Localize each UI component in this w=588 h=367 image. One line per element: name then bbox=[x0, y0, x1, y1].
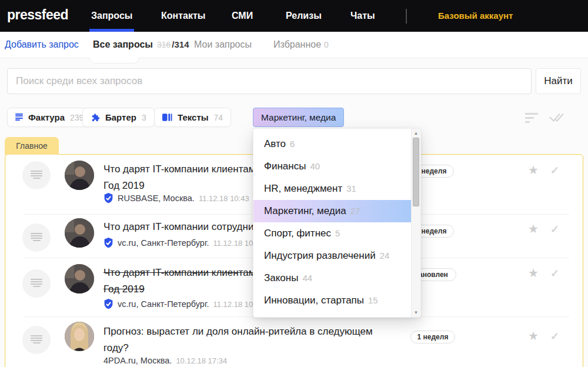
check-icon[interactable]: ✓ bbox=[550, 223, 559, 236]
source-name[interactable]: RUSBASE, Москва. bbox=[118, 193, 195, 203]
tab-my-requests[interactable]: Мои запросы bbox=[194, 39, 252, 50]
request-title[interactable]: году? bbox=[103, 340, 129, 356]
tab-label: Мои запросы bbox=[194, 39, 252, 49]
request-title[interactable]: Что дарят IT-компании сотрудникам bbox=[103, 219, 270, 235]
filter-count: 239 bbox=[70, 113, 83, 122]
nav-item-contacts[interactable]: Контакты bbox=[161, 0, 205, 32]
avatar bbox=[65, 322, 94, 351]
pressfeed-logo[interactable]: pressfeed bbox=[7, 7, 68, 23]
dropdown-item-marketing-selected[interactable]: Маркетинг, медиа27 bbox=[253, 200, 412, 222]
nav-item-label: СМИ bbox=[232, 11, 253, 21]
filter-label: Тексты bbox=[178, 112, 209, 122]
filter-texts-button[interactable]: Тексты 74 bbox=[154, 108, 231, 127]
account-plan-link[interactable]: Базовый аккаунт bbox=[438, 0, 513, 32]
nav-item-label: Контакты bbox=[161, 11, 205, 21]
top-navigation: pressfeed Запросы Контакты СМИ Релизы Ча… bbox=[0, 0, 588, 32]
nav-item-requests[interactable]: Запросы bbox=[91, 0, 132, 32]
check-icon[interactable]: ✓ bbox=[550, 164, 559, 177]
dropdown-item-auto[interactable]: Авто6 bbox=[253, 133, 412, 155]
board-tab-main[interactable]: Главное bbox=[5, 137, 59, 155]
avatar bbox=[65, 218, 94, 248]
nav-item-media[interactable]: СМИ bbox=[232, 0, 253, 32]
format-lines-icon bbox=[15, 114, 23, 122]
dropdown-item-label: Искусство, культура bbox=[264, 317, 357, 318]
dropdown-item-count: 6 bbox=[290, 139, 295, 149]
request-type-icon bbox=[22, 326, 51, 354]
dropdown-item-label: Маркетинг, медиа bbox=[264, 205, 346, 216]
check-icon[interactable]: ✓ bbox=[550, 267, 559, 280]
request-title[interactable]: Что дарят IT-компании клиентам bbox=[103, 161, 255, 178]
nav-divider bbox=[406, 9, 407, 24]
category-dropdown-button[interactable]: Маркетинг, медиа bbox=[253, 108, 344, 127]
search-button[interactable]: Найти bbox=[536, 68, 581, 94]
tab-all-requests[interactable]: Все запросы316/314 bbox=[93, 39, 189, 50]
dropdown-item-label: Индустрия развлечений bbox=[264, 250, 376, 261]
request-source: vc.ru, Санкт-Петербург. 11.12.18 10:26 bbox=[103, 299, 263, 309]
tab-favorites[interactable]: Избранное0 bbox=[273, 39, 329, 50]
request-title[interactable]: Прогноз: вырастет ли доля онлайн-ритейла… bbox=[103, 323, 373, 340]
request-source: 4PDA.ru, Москва. 10.12.18 17:34 bbox=[103, 356, 227, 365]
star-icon[interactable]: ★ bbox=[528, 266, 539, 280]
dropdown-item-hr[interactable]: HR, менеджмент31 bbox=[253, 178, 412, 200]
nav-item-label: Запросы bbox=[91, 11, 132, 21]
request-title[interactable]: Что дарят IT-компании клиентам bbox=[103, 265, 255, 281]
dropdown-item-entertainment[interactable]: Индустрия развлечений24 bbox=[253, 245, 412, 267]
filter-label: Фактура bbox=[28, 112, 65, 122]
filter-barter-button[interactable]: Бартер 3 bbox=[82, 108, 155, 127]
dropdown-item-label: Авто bbox=[264, 138, 286, 149]
dropdown-item-count: 31 bbox=[346, 184, 356, 193]
tab-label: Все запросы bbox=[93, 39, 153, 49]
source-name[interactable]: 4PDA.ru, Москва. bbox=[103, 356, 172, 365]
favorites-count: 0 bbox=[324, 40, 329, 49]
star-icon[interactable]: ★ bbox=[528, 329, 539, 343]
double-check-icon[interactable] bbox=[549, 111, 565, 125]
new-count: /314 bbox=[172, 39, 189, 49]
article-icon bbox=[162, 113, 172, 122]
dropdown-scrollbar[interactable]: ▲ ▼ bbox=[411, 129, 420, 318]
puzzle-icon bbox=[91, 113, 100, 122]
scroll-up-icon[interactable]: ▲ bbox=[412, 131, 420, 136]
verified-icon bbox=[103, 238, 113, 248]
sort-lines-icon[interactable] bbox=[525, 113, 538, 125]
scroll-down-icon[interactable]: ▼ bbox=[412, 310, 420, 315]
dropdown-item-innovations[interactable]: Инновации, стартапы15 bbox=[253, 289, 412, 312]
search-input[interactable] bbox=[7, 68, 532, 94]
sub-navigation: Добавить запрос Все запросы316/314 Мои з… bbox=[0, 32, 588, 58]
dropdown-item-label: Финансы bbox=[264, 161, 306, 172]
request-source: RUSBASE, Москва. 11.12.18 10:43 bbox=[103, 193, 249, 203]
dropdown-item-label: Законы bbox=[264, 272, 298, 283]
dropdown-item-count: 27 bbox=[350, 206, 360, 216]
nav-item-releases[interactable]: Релизы bbox=[286, 0, 322, 32]
request-type-icon bbox=[22, 161, 51, 189]
add-request-link[interactable]: Добавить запрос bbox=[5, 39, 79, 50]
dropdown-item-finance[interactable]: Финансы40 bbox=[253, 155, 412, 178]
dropdown-item-sport[interactable]: Спорт, фитнес5 bbox=[253, 222, 412, 245]
old-count: 316 bbox=[157, 40, 171, 49]
request-title[interactable]: Год 2019 bbox=[103, 281, 145, 298]
verified-icon bbox=[103, 193, 113, 203]
verified-icon bbox=[103, 299, 113, 309]
filter-count: 3 bbox=[142, 113, 146, 122]
status-badge: 1 неделя bbox=[410, 331, 455, 343]
check-icon[interactable]: ✓ bbox=[550, 330, 559, 343]
dropdown-item-count: 40 bbox=[310, 161, 320, 171]
avatar bbox=[65, 264, 94, 293]
dropdown-item-laws[interactable]: Законы44 bbox=[253, 267, 412, 289]
nav-item-chats[interactable]: Чаты bbox=[350, 0, 375, 32]
nav-item-label: Чаты bbox=[350, 11, 375, 21]
filter-factura-button[interactable]: Фактура 239 bbox=[7, 108, 92, 127]
star-icon[interactable]: ★ bbox=[528, 222, 539, 236]
star-icon[interactable]: ★ bbox=[528, 163, 539, 177]
nav-item-label: Релизы bbox=[286, 11, 322, 21]
avatar bbox=[65, 161, 94, 190]
dropdown-item-count: 15 bbox=[368, 295, 378, 305]
source-date: 10.12.18 17:34 bbox=[176, 356, 227, 365]
active-tab-notch bbox=[89, 58, 139, 64]
source-name[interactable]: vc.ru, Санкт-Петербург. bbox=[118, 299, 209, 309]
dropdown-item-partial[interactable]: Искусство, культура bbox=[253, 312, 412, 318]
request-type-icon bbox=[22, 223, 51, 252]
dropdown-item-count: 24 bbox=[380, 251, 390, 261]
source-name[interactable]: vc.ru, Санкт-Петербург. bbox=[118, 238, 209, 248]
request-title[interactable]: Год 2019 bbox=[103, 178, 145, 194]
scrollbar-thumb[interactable] bbox=[413, 138, 419, 206]
